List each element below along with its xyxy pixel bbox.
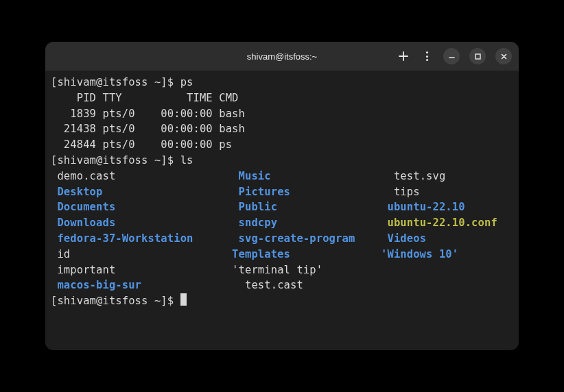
- ls-entry: important: [51, 264, 115, 276]
- prompt: [shivam@itsfoss ~]$: [51, 154, 180, 167]
- plus-icon: [398, 51, 409, 62]
- ls-entry: Videos: [388, 232, 427, 245]
- window-controls: [397, 48, 512, 64]
- ls-entry: test.cast: [239, 279, 303, 291]
- ls-entry: fedora-37-Workstation: [57, 232, 193, 245]
- ls-entry: Pictures: [239, 186, 290, 198]
- ls-entry: ubuntu-22.10.conf: [387, 217, 497, 229]
- ls-entry: svg-create-program: [239, 232, 355, 245]
- ls-entry: id: [51, 248, 70, 260]
- cursor: [180, 293, 187, 306]
- titlebar: shivam@itsfoss:~: [45, 42, 519, 71]
- ls-entry: Desktop: [57, 186, 102, 198]
- maximize-icon: [474, 53, 482, 60]
- ps-row: 21438 pts/0 00:00:00 bash: [51, 123, 245, 135]
- minimize-button[interactable]: [443, 48, 460, 64]
- command: ls: [180, 154, 193, 167]
- minimize-icon: [448, 53, 456, 60]
- ls-entry: Downloads: [57, 217, 115, 229]
- ls-entry: tips: [388, 186, 420, 198]
- new-tab-button[interactable]: [397, 49, 410, 63]
- maximize-button[interactable]: [469, 48, 486, 64]
- svg-rect-0: [475, 54, 480, 59]
- terminal-window: shivam@itsfoss:~ [shivam@itsfoss ~]$ ps …: [45, 42, 519, 350]
- terminal-content[interactable]: [shivam@itsfoss ~]$ ps PID TTY TIME CMD …: [45, 71, 519, 350]
- close-button[interactable]: [495, 48, 512, 64]
- ps-row: 1839 pts/0 00:00:00 bash: [51, 108, 245, 120]
- ls-entry: demo.cast: [51, 170, 115, 182]
- close-icon: [500, 53, 508, 60]
- ps-row: 24844 pts/0 00:00:00 ps: [51, 138, 232, 151]
- ls-entry: macos-big-sur: [57, 279, 141, 291]
- ls-entry: Templates: [232, 248, 290, 260]
- ls-entry: ubuntu-22.10: [387, 201, 465, 213]
- ls-entry: Public: [239, 201, 278, 213]
- prompt: [shivam@itsfoss ~]$: [51, 295, 180, 307]
- ls-entry: 'Windows 10': [381, 248, 458, 260]
- prompt: [shivam@itsfoss ~]$: [51, 76, 180, 88]
- command: ps: [180, 76, 193, 88]
- ls-entry: test.svg: [388, 170, 446, 182]
- ps-header: PID TTY TIME CMD: [51, 92, 239, 104]
- ls-entry: sndcpy: [239, 217, 278, 229]
- ls-entry: 'terminal tip': [232, 264, 322, 276]
- ls-entry: Music: [239, 170, 271, 182]
- kebab-icon: [426, 51, 428, 53]
- menu-button[interactable]: [420, 49, 434, 63]
- ls-entry: Documents: [57, 201, 115, 213]
